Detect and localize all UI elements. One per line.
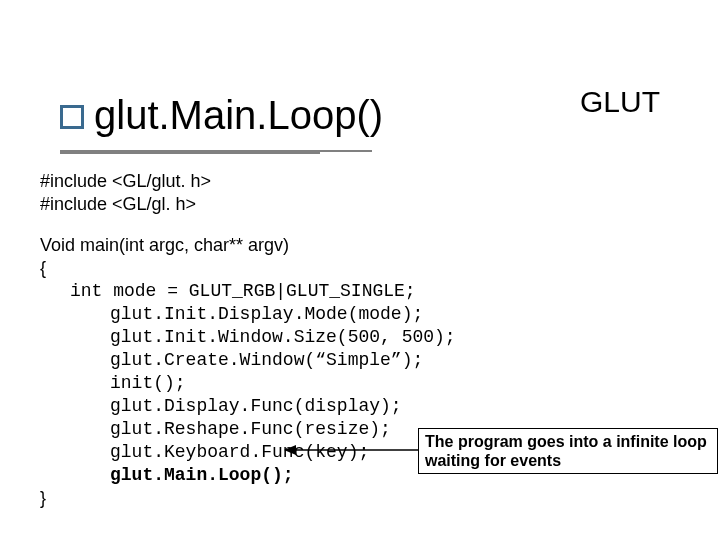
title-bullet-icon — [60, 105, 84, 129]
code-line-include2: #include <GL/gl. h> — [40, 193, 700, 216]
slide-title: glut.Main.Loop() — [94, 93, 383, 138]
code-line-signature: Void main(int argc, char** argv) — [40, 234, 700, 257]
code-line-createwindow: glut.Create.Window(“Simple”); — [40, 349, 700, 372]
code-line-open-brace: { — [40, 257, 700, 280]
code-line-displayfunc: glut.Display.Func(display); — [40, 395, 700, 418]
code-line-include1: #include <GL/glut. h> — [40, 170, 700, 193]
slide: glut.Main.Loop() GLUT #include <GL/glut.… — [0, 0, 720, 540]
code-line-mode: int mode = GLUT_RGB|GLUT_SINGLE; — [40, 280, 700, 303]
callout-box: The program goes into a infinite loop wa… — [418, 428, 718, 474]
code-line-init: init(); — [40, 372, 700, 395]
corner-label: GLUT — [580, 85, 660, 119]
code-line-close-brace: } — [40, 487, 700, 510]
code-line-windowsize: glut.Init.Window.Size(500, 500); — [40, 326, 700, 349]
code-line-initdisplay: glut.Init.Display.Mode(mode); — [40, 303, 700, 326]
title-underline-icon — [60, 150, 372, 154]
